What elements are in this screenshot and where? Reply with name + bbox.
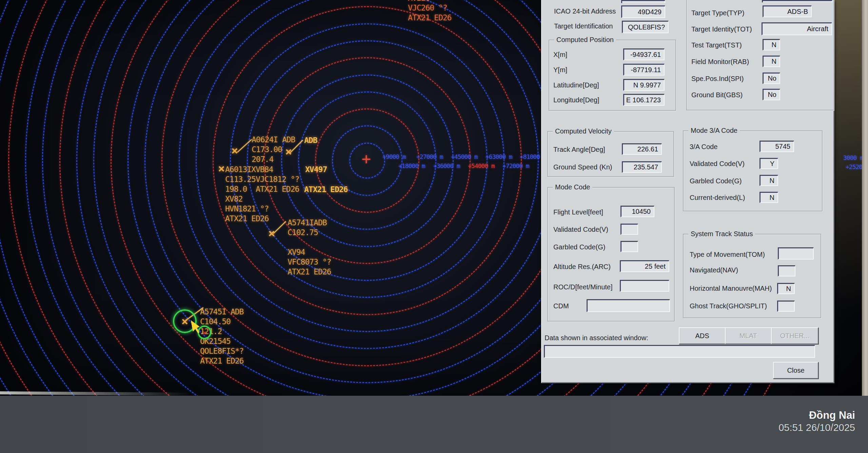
flight-level-label: Flight Level[feet] bbox=[553, 208, 603, 216]
ground-speed-field: 235.547 bbox=[622, 161, 662, 173]
horizontal-manouvre-field: N bbox=[777, 283, 795, 294]
ghost-track-label: Ghost Track(GHO/SPLIT) bbox=[690, 302, 767, 310]
mode-code-title: Mode Code bbox=[553, 183, 592, 191]
mc-validated-field bbox=[620, 224, 638, 235]
test-target-label: Test Target(TST) bbox=[691, 41, 742, 49]
target-report-dialog: ICAO 24-bit Address 49D429 Target Identi… bbox=[541, 0, 834, 383]
system-track-status-title: System Track Status bbox=[688, 230, 755, 238]
computed-velocity-title: Computed Velocity bbox=[553, 127, 614, 135]
field-monitor-label: Field Monitor(RAB) bbox=[691, 58, 749, 66]
ground-bit-field: No bbox=[763, 89, 780, 100]
photo-of-radar-screen: +9000 m+27000 m+45000 m+63000 m+81000 m+… bbox=[0, 0, 868, 453]
range-ring-label: +45000 m bbox=[451, 153, 478, 160]
mc-garbled-field bbox=[620, 241, 638, 252]
computed-position-title: Computed Position bbox=[554, 36, 616, 44]
watermark-location: Đồng Nai bbox=[778, 409, 855, 421]
3a-code-label: 3/A Code bbox=[690, 143, 717, 151]
3a-garbled-field: N bbox=[760, 175, 778, 186]
3a-validated-field: Y bbox=[760, 158, 778, 169]
test-target-field: N bbox=[763, 39, 780, 50]
target-identification-label: Target Identification bbox=[554, 22, 613, 30]
target-type-label: Target Type(TYP) bbox=[691, 9, 744, 17]
field-monitor-field: N bbox=[763, 56, 780, 67]
ground-bit-label: Ground Bit(GBS) bbox=[691, 91, 743, 99]
spi-label: Spe.Pos.Ind(SPI) bbox=[691, 75, 744, 83]
close-button[interactable]: Close bbox=[773, 362, 818, 379]
range-ring-label: +54000 m bbox=[468, 162, 495, 169]
photo-background bbox=[0, 396, 868, 453]
cdm-label: CDM bbox=[553, 302, 569, 310]
y-m-field: -87719.11 bbox=[623, 64, 665, 76]
range-ring-label: +27000 m bbox=[416, 153, 443, 160]
x-m-field: -94937.61 bbox=[623, 48, 665, 60]
navigated-field bbox=[778, 265, 795, 276]
cdm-field bbox=[587, 299, 670, 312]
rocd-label: ROC/D[feet/Minute] bbox=[553, 283, 613, 291]
cropped-field-top-left bbox=[621, 0, 665, 3]
navigated-label: Navigated(NAV) bbox=[690, 266, 738, 274]
range-ring-label: +9000 m bbox=[382, 153, 406, 160]
longitude-label: Longitude[Deg] bbox=[553, 96, 599, 104]
altitude-res-field: 25 feet bbox=[620, 260, 669, 272]
other-button[interactable]: OTHER... bbox=[771, 327, 818, 344]
track-angle-field: 226.61 bbox=[622, 143, 662, 155]
range-ring-label: +63000 m bbox=[486, 153, 512, 160]
assoc-window-label: Data shown in associated window: bbox=[545, 334, 648, 342]
rocd-field bbox=[620, 280, 669, 292]
assoc-window-field[interactable] bbox=[544, 345, 815, 358]
x-m-label: X[m] bbox=[553, 51, 567, 59]
type-of-movement-field bbox=[778, 247, 814, 260]
y-m-label: Y[m] bbox=[553, 66, 567, 74]
3a-garbled-label: Garbled Code(G) bbox=[690, 177, 742, 185]
range-ring-label: +72000 m bbox=[502, 162, 529, 169]
mode-3a-title: Mode 3/A Code bbox=[688, 127, 740, 135]
target-identity-field: Aircraft bbox=[762, 22, 832, 35]
longitude-field: E 106.1723 bbox=[623, 94, 665, 106]
icao-address-field: 49D429 bbox=[621, 5, 665, 18]
ghost-track-field bbox=[777, 301, 795, 312]
horizontal-manouvre-label: Horizontal Manouvre(MAH) bbox=[690, 285, 772, 292]
range-ring-label: +18000 m bbox=[398, 162, 425, 169]
3a-current-derived-label: Current-derived(L) bbox=[690, 194, 745, 202]
latitude-field: N 9.9977 bbox=[623, 79, 665, 91]
ground-speed-label: Ground Speed (Kn) bbox=[553, 163, 612, 171]
target-identity-label: Target Identity(TOT) bbox=[691, 25, 752, 33]
watermark-datetime: 05:51 26/10/2025 bbox=[778, 422, 855, 433]
mlat-button[interactable]: MLAT bbox=[725, 327, 772, 344]
mc-garbled-label: Garbled Code(G) bbox=[553, 243, 605, 251]
range-ring-label: +36000 m bbox=[433, 162, 460, 169]
altitude-res-label: Altitude Res.(ARC) bbox=[553, 263, 611, 271]
monitor-edge-strip bbox=[862, 0, 868, 397]
camera-watermark: Đồng Nai 05:51 26/10/2025 bbox=[778, 409, 855, 433]
target-type-field: ADS-B bbox=[763, 5, 812, 17]
mc-validated-label: Validated Code(V) bbox=[553, 226, 608, 233]
spi-field: No bbox=[763, 73, 780, 84]
flight-level-field: 10450 bbox=[620, 206, 654, 217]
range-ring-label: +2520 bbox=[846, 163, 862, 170]
3a-code-field: 5745 bbox=[760, 141, 794, 152]
target-identification-field: QOLE8FIS? bbox=[622, 21, 669, 33]
range-ring-label: 3000 m bbox=[843, 154, 862, 161]
3a-validated-label: Validated Code(V) bbox=[690, 160, 745, 168]
latitude-label: Latitudine[Deg] bbox=[553, 81, 599, 89]
ads-button[interactable]: ADS bbox=[679, 327, 726, 344]
type-of-movement-label: Type of Movement(TOM) bbox=[690, 251, 765, 259]
icao-address-label: ICAO 24-bit Address bbox=[554, 7, 616, 15]
track-angle-label: Track Angle[Deg] bbox=[553, 146, 605, 153]
3a-current-derived-field: N bbox=[760, 192, 778, 203]
